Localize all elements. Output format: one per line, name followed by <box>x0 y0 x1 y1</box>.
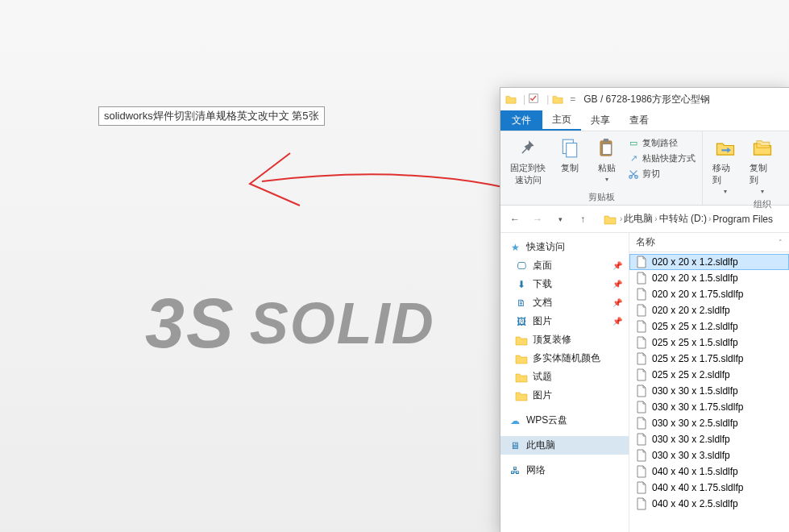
copy-to-button[interactable]: 复制到 ▾ <box>746 135 779 197</box>
nav-wps-label: WPS云盘 <box>526 414 567 427</box>
file-row[interactable]: 030 x 30 x 1.5.sldlfp <box>629 383 789 399</box>
explorer-menu-row: 文件 主页 共享 查看 <box>500 110 789 131</box>
nav-back-button[interactable]: ← <box>505 210 525 229</box>
computer-icon: 🖥 <box>509 439 521 452</box>
breadcrumb-folder-icon <box>604 213 617 226</box>
nav-downloads[interactable]: ⬇ 下载 📌 <box>500 275 629 293</box>
nav-thispc-label: 此电脑 <box>526 438 555 452</box>
logo-word: SOLID <box>250 290 435 356</box>
paste-button[interactable]: 粘贴 ▾ <box>591 135 623 185</box>
file-list: 020 x 20 x 1.2.sldlfp020 x 20 x 1.5.sldl… <box>629 252 789 513</box>
nav-folder[interactable]: 多实体随机颜色 <box>500 349 629 368</box>
paste-label: 粘贴 <box>598 162 616 174</box>
file-row[interactable]: 020 x 20 x 1.5.sldlfp <box>629 270 789 286</box>
file-icon <box>636 304 647 317</box>
move-to-button[interactable]: 移动到 ▾ <box>709 135 741 197</box>
file-icon <box>636 401 647 414</box>
chevron-right-icon: › <box>620 214 622 223</box>
file-row[interactable]: 025 x 25 x 1.5.sldlfp <box>629 335 789 351</box>
delete-button[interactable]: 删除 <box>783 135 789 176</box>
ribbon-group-organize: 移动到 ▾ 复制到 ▾ 删除 组织 <box>703 131 789 205</box>
file-name: 040 x 40 x 1.75.sldlfp <box>652 482 743 493</box>
column-name[interactable]: 名称 <box>636 235 762 249</box>
file-row[interactable]: 030 x 30 x 3.sldlfp <box>629 447 789 463</box>
nav-this-pc[interactable]: 🖥 此电脑 <box>500 436 629 455</box>
svg-rect-2 <box>567 143 577 157</box>
nav-folder-label: 试题 <box>533 370 552 384</box>
nav-desktop-label: 桌面 <box>533 259 552 272</box>
file-column-header[interactable]: 名称 ˄ <box>629 233 789 252</box>
file-row[interactable]: 020 x 20 x 2.sldlfp <box>629 302 789 318</box>
nav-folder-label: 图片 <box>533 389 552 402</box>
file-name: 020 x 20 x 1.2.sldlfp <box>652 256 738 268</box>
pin-to-quick-button[interactable]: 固定到快 速访问 <box>507 135 549 188</box>
file-name: 030 x 30 x 3.sldlfp <box>652 450 730 461</box>
cut-label: 剪切 <box>642 168 660 180</box>
tab-view[interactable]: 查看 <box>620 110 658 131</box>
documents-icon: 🗎 <box>515 297 528 310</box>
pin-icon: 📌 <box>613 298 622 307</box>
file-icon <box>636 449 647 462</box>
nav-quick-access[interactable]: ★ 快速访问 <box>500 238 629 256</box>
breadcrumb-item[interactable]: 此电脑 <box>624 212 653 226</box>
breadcrumb[interactable]: › 此电脑 › 中转站 (D:) › Program Files <box>620 212 773 226</box>
file-row[interactable]: 025 x 25 x 2.sldlfp <box>629 367 789 383</box>
nav-network[interactable]: 🖧 网络 <box>500 461 629 480</box>
nav-pictures[interactable]: 🖼 图片 📌 <box>500 312 629 330</box>
file-row[interactable]: 020 x 20 x 1.75.sldlfp <box>629 286 789 302</box>
nav-recent-caret[interactable]: ▾ <box>550 210 570 229</box>
file-name: 030 x 30 x 1.5.sldlfp <box>652 385 738 397</box>
file-row[interactable]: 040 x 40 x 1.5.sldlfp <box>629 463 789 480</box>
scissors-icon <box>628 168 639 180</box>
folder-icon <box>515 371 528 384</box>
copy-path-button[interactable]: ▭ 复制路径 <box>628 136 696 150</box>
copyto-caret-icon: ▾ <box>761 188 764 195</box>
file-row[interactable]: 040 x 40 x 2.5.sldlfp <box>629 496 789 512</box>
nav-documents[interactable]: 🗎 文档 📌 <box>500 293 629 312</box>
nav-wps[interactable]: ☁ WPS云盘 <box>500 411 629 430</box>
file-name: 025 x 25 x 1.5.sldlfp <box>652 337 738 348</box>
folder-icon <box>515 352 528 365</box>
file-row[interactable]: 030 x 30 x 1.75.sldlfp <box>629 399 789 415</box>
file-icon <box>636 465 647 478</box>
svg-rect-4 <box>603 144 612 155</box>
cut-button[interactable]: 剪切 <box>628 167 696 181</box>
download-icon: ⬇ <box>515 278 528 291</box>
copy-button[interactable]: 复制 <box>554 135 586 176</box>
tab-file[interactable]: 文件 <box>500 110 542 131</box>
breadcrumb-item[interactable]: Program Files <box>712 214 773 225</box>
network-icon: 🖧 <box>509 464 521 477</box>
file-row[interactable]: 020 x 20 x 1.2.sldlfp <box>629 254 789 270</box>
file-row[interactable]: 040 x 40 x 1.75.sldlfp <box>629 480 789 496</box>
file-row[interactable]: 025 x 25 x 1.2.sldlfp <box>629 318 789 335</box>
breadcrumb-item[interactable]: 中转站 (D:) <box>659 212 707 226</box>
nav-desktop[interactable]: 🖵 桌面 📌 <box>500 256 629 275</box>
nav-up-button[interactable]: ↑ <box>573 210 592 229</box>
paste-shortcut-button[interactable]: ↗ 粘贴快捷方式 <box>628 152 696 165</box>
nav-folder[interactable]: 图片 <box>500 386 629 405</box>
chevron-right-icon: › <box>708 214 711 223</box>
tab-share[interactable]: 共享 <box>581 110 620 131</box>
nav-folder[interactable]: 试题 <box>500 368 629 386</box>
file-row[interactable]: 030 x 30 x 2.5.sldlfp <box>629 415 789 431</box>
file-name: 025 x 25 x 2.sldlfp <box>652 369 730 380</box>
path-icon: ▭ <box>628 138 639 149</box>
paste-icon <box>595 136 619 160</box>
tab-home[interactable]: 主页 <box>542 110 581 131</box>
copy-to-icon <box>750 136 774 160</box>
nav-downloads-label: 下载 <box>533 277 552 291</box>
file-icon <box>636 417 647 430</box>
nav-forward-button[interactable]: → <box>528 210 547 229</box>
sort-indicator-icon: ˄ <box>779 239 783 247</box>
nav-network-label: 网络 <box>526 463 546 477</box>
nav-pictures-label: 图片 <box>533 314 552 328</box>
copy-icon <box>558 136 582 160</box>
file-name: 025 x 25 x 1.2.sldlfp <box>652 321 738 332</box>
title-equals: = <box>570 94 575 105</box>
file-row[interactable]: 030 x 30 x 2.sldlfp <box>629 431 789 447</box>
paste-caret-icon: ▾ <box>605 176 608 183</box>
file-row[interactable]: 025 x 25 x 1.75.sldlfp <box>629 351 789 367</box>
clipboard-group-label: 剪贴板 <box>507 189 696 203</box>
file-name: 040 x 40 x 1.5.sldlfp <box>652 466 738 477</box>
nav-folder[interactable]: 顶复装修 <box>500 330 629 349</box>
